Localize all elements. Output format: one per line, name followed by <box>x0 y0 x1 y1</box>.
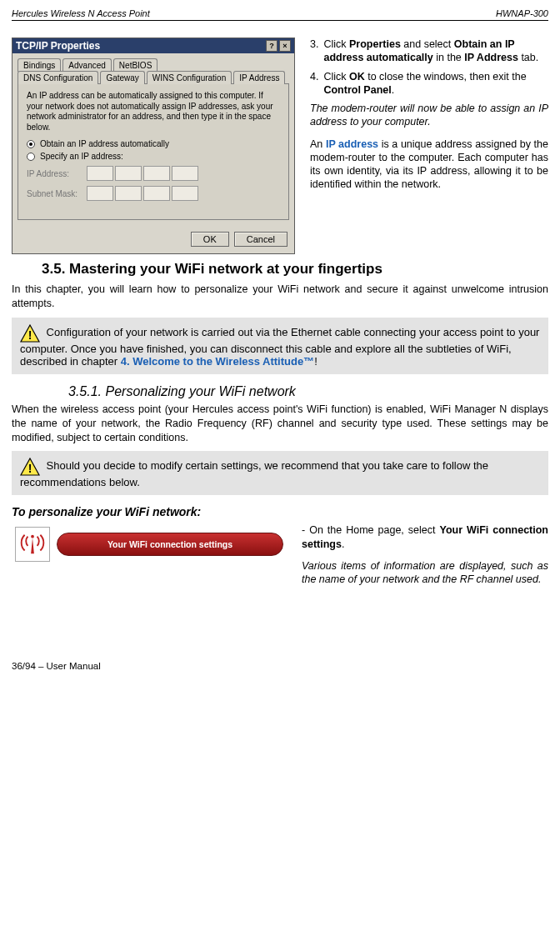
cancel-button[interactable]: Cancel <box>234 232 288 247</box>
tab-wins[interactable]: WINS Configuration <box>147 71 232 84</box>
svg-text:!: ! <box>28 328 32 342</box>
tab-panel: An IP address can be automatically assig… <box>18 83 289 220</box>
step-number: 3. <box>310 38 318 65</box>
heading-3-5: 3.5. Mastering your WiFi network at your… <box>42 261 548 278</box>
ip-address-term: IP address <box>326 138 378 150</box>
step-number: 4. <box>310 70 318 98</box>
personalize-instructions: - On the Home page, select Your WiFi con… <box>302 523 548 594</box>
close-icon[interactable]: × <box>279 40 291 52</box>
wifi-antenna-icon <box>15 527 50 562</box>
warning-icon: ! <box>20 324 40 343</box>
ok-button[interactable]: OK <box>191 232 229 247</box>
note-configuration: ! Configuration of your network is carri… <box>12 318 548 374</box>
dialog-description: An IP address can be automatically assig… <box>27 91 280 133</box>
radio-icon <box>27 140 35 148</box>
chapter-link: 4. Welcome to the Wireless Attitude™ <box>121 355 314 368</box>
radio-label: Obtain an IP address automatically <box>40 139 169 148</box>
para-3-5: In this chapter, you will learn how to p… <box>12 283 548 311</box>
tab-netbios[interactable]: NetBIOS <box>113 58 158 72</box>
wifi-settings-widget: Your WiFi connection settings <box>12 523 287 565</box>
field-label: IP Address: <box>27 169 80 178</box>
note-text: Configuration of your network is carried… <box>20 326 539 368</box>
tcpip-dialog: TCP/IP Properties ? × Bindings Advanced … <box>12 38 295 254</box>
radio-label: Specify an IP address: <box>40 152 123 161</box>
para-3-5-1: When the wireless access point (your Her… <box>12 403 548 445</box>
tab-dns[interactable]: DNS Configuration <box>18 71 98 84</box>
heading-3-5-1: 3.5.1. Personalizing your WiFi network <box>68 384 548 399</box>
svg-text:!: ! <box>28 462 32 475</box>
header-right: HWNAP-300 <box>496 8 548 18</box>
radio-icon <box>27 153 35 161</box>
step-4: 4. Click OK to close the windows, then e… <box>310 70 548 98</box>
step-text: Click OK to close the windows, then exit… <box>323 70 548 98</box>
tab-advanced[interactable]: Advanced <box>62 58 111 72</box>
page-header: Hercules Wireless N Access Point HWNAP-3… <box>12 8 548 21</box>
page-footer: 36/94 – User Manual <box>12 661 548 671</box>
dialog-help-icon[interactable]: ? <box>266 40 278 52</box>
radio-specify[interactable]: Specify an IP address: <box>27 152 280 161</box>
ip-address-field: IP Address: <box>27 166 280 181</box>
wifi-settings-button[interactable]: Your WiFi connection settings <box>57 533 283 556</box>
tab-ipaddress[interactable]: IP Address <box>233 71 285 84</box>
tab-bindings[interactable]: Bindings <box>18 58 61 72</box>
heading-personalize: To personalize your WiFi network: <box>12 505 548 518</box>
instruction-column: 3. Click Properties and select Obtain an… <box>310 38 548 254</box>
warning-icon: ! <box>20 458 40 476</box>
dialog-titlebar: TCP/IP Properties ? × <box>12 38 294 53</box>
subnet-input[interactable] <box>87 186 198 201</box>
dialog-title: TCP/IP Properties <box>16 40 100 52</box>
home-page-instruction: - On the Home page, select Your WiFi con… <box>302 523 548 551</box>
ip-input[interactable] <box>87 166 198 181</box>
radio-obtain-auto[interactable]: Obtain an IP address automatically <box>27 139 280 148</box>
info-displayed: Various items of information are display… <box>302 559 548 587</box>
note-text: Should you decide to modify certain sett… <box>20 460 488 489</box>
modem-note: The modem-router will now be able to ass… <box>310 102 548 129</box>
header-left: Hercules Wireless N Access Point <box>12 8 150 18</box>
note-settings-warning: ! Should you decide to modify certain se… <box>12 451 548 495</box>
ip-definition: An IP address is a unique address assign… <box>310 138 548 192</box>
subnet-mask-field: Subnet Mask: <box>27 186 280 201</box>
step-text: Click Properties and select Obtain an IP… <box>323 38 548 65</box>
step-3: 3. Click Properties and select Obtain an… <box>310 38 548 65</box>
tab-gateway[interactable]: Gateway <box>100 71 144 84</box>
field-label: Subnet Mask: <box>27 189 80 198</box>
